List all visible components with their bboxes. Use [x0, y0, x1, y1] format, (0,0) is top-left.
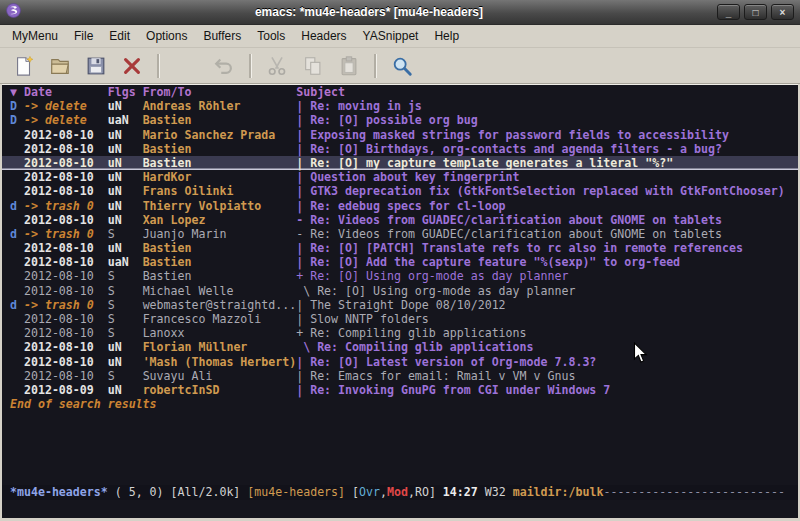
minimize-button[interactable]: _: [717, 4, 740, 20]
col-flags: uN: [108, 355, 143, 369]
modeline-time: 14:27: [443, 485, 478, 499]
message-row[interactable]: 2012-08-10 uN Bastien | Re: [O] [PATCH] …: [2, 241, 798, 255]
col-mark: [10, 142, 24, 156]
menu-mymenu[interactable]: MyMenu: [4, 26, 66, 46]
menu-help[interactable]: Help: [426, 26, 467, 46]
col-flags: uN: [108, 340, 143, 354]
col-from: Bastien: [143, 156, 297, 170]
col-subject: | Re: [O] my capture template generates …: [296, 156, 673, 170]
col-subject: | Re: Emacs for email: Rmail v VM v Gnus: [296, 369, 575, 383]
message-row[interactable]: 2012-08-10 S Lanoxx + Re: Compiling glib…: [2, 326, 798, 340]
menu-options[interactable]: Options: [138, 26, 195, 46]
col-from: Bastien: [143, 255, 297, 269]
message-row[interactable]: 2012-08-10 uN Bastien | Re: [O] Birthday…: [2, 142, 798, 156]
col-from: Juanjo Marin: [143, 227, 297, 241]
modeline-plain: W32: [478, 485, 513, 499]
modeline-plain: ,: [408, 485, 415, 499]
col-flags: uaN: [108, 255, 143, 269]
col-flags: S: [108, 284, 143, 298]
modeline-plain: ( 5, 0) [All/2.0k]: [108, 485, 248, 499]
col-mark[interactable]: ▼: [10, 85, 24, 99]
col-subject: | Re: [O] Latest version of Org-mode 7.8…: [296, 355, 596, 369]
message-row[interactable]: D -> delete uaN Bastien | Re: [O] possib…: [2, 113, 798, 127]
save-button[interactable]: [81, 51, 111, 81]
menu-tools[interactable]: Tools: [249, 26, 293, 46]
col-from: Bastien: [143, 269, 297, 283]
message-row[interactable]: 2012-08-10 uN Xan Lopez - Re: Videos fro…: [2, 213, 798, 227]
menu-edit[interactable]: Edit: [101, 26, 138, 46]
col-from: Mario Sanchez Prada: [143, 128, 297, 142]
col-mark: [10, 269, 24, 283]
menu-buffers[interactable]: Buffers: [195, 26, 249, 46]
search-button[interactable]: [387, 51, 417, 81]
message-row[interactable]: 2012-08-10 uN Florian Müllner \ Re: Comp…: [2, 340, 798, 354]
menu-headers[interactable]: Headers: [293, 26, 354, 46]
col-date: 2012-08-10: [24, 340, 108, 354]
message-row[interactable]: 2012-08-10 S Bastien + Re: [O] Using org…: [2, 269, 798, 283]
menu-yasnippet[interactable]: YASnippet: [355, 26, 427, 46]
message-row[interactable]: 2012-08-10 uN HardKor | Question about k…: [2, 170, 798, 184]
close-button[interactable]: ×: [771, 4, 794, 20]
col-from: Lanoxx: [143, 326, 297, 340]
col-mark: d: [10, 199, 24, 213]
modeline-dashes: --------------------------: [603, 485, 784, 499]
message-row[interactable]: 2012-08-10 S Michael Welle \ Re: [O] Usi…: [2, 284, 798, 298]
col-from: 'Mash (Thomas Herbert): [143, 355, 297, 369]
col-mark: [10, 369, 24, 383]
message-row[interactable]: D -> delete uN Andreas Röhler | Re: movi…: [2, 99, 798, 113]
message-row[interactable]: d -> trash 0 uN Thierry Volpiatto | Re: …: [2, 199, 798, 213]
col-mark: [10, 184, 24, 198]
close-buffer-button[interactable]: [117, 51, 147, 81]
col-mark: [10, 383, 24, 397]
col-subject: | Re: [O] possible org bug: [296, 113, 477, 127]
col-mark: [10, 340, 24, 354]
paste-icon: [338, 55, 360, 77]
paste-button: [334, 51, 364, 81]
col-flags: uN: [108, 142, 143, 156]
header-line[interactable]: ▼ Date Flgs From/To Subject: [2, 85, 798, 99]
message-row[interactable]: 2012-08-10 uN Mario Sanchez Prada | Expo…: [2, 128, 798, 142]
col-mark: [10, 255, 24, 269]
copy-button: [298, 51, 328, 81]
col-date: 2012-08-10: [24, 170, 108, 184]
col-flags: uN: [108, 156, 143, 170]
message-row[interactable]: d -> trash 0 S Juanjo Marin - Re: Videos…: [2, 227, 798, 241]
col-from: Francesco Mazzoli: [143, 312, 297, 326]
col-subject[interactable]: Subject: [296, 85, 345, 99]
message-row[interactable]: 2012-08-10 uN Frans Oilinki | GTK3 depre…: [2, 184, 798, 198]
col-date[interactable]: Date: [24, 85, 108, 99]
modeline-mode: [mu4e-headers]: [247, 485, 345, 499]
col-from[interactable]: From/To: [143, 85, 297, 99]
col-from: Xan Lopez: [143, 213, 297, 227]
echo-area[interactable]: [2, 500, 798, 518]
col-subject: | Re: edebug specs for cl-loop: [296, 199, 505, 213]
col-mark: d: [10, 298, 24, 312]
message-row[interactable]: 2012-08-10 uaN Bastien | Re: [O] Add the…: [2, 255, 798, 269]
message-row[interactable]: 2012-08-10 S Suvayu Ali | Re: Emacs for …: [2, 369, 798, 383]
col-mark: D: [10, 99, 24, 113]
col-flags[interactable]: Flgs: [108, 85, 143, 99]
menu-bar: MyMenuFileEditOptionsBuffersToolsHeaders…: [0, 25, 800, 48]
undo-icon: [213, 55, 235, 77]
message-row[interactable]: d -> trash 0 S webmaster@straightd...| T…: [2, 298, 798, 312]
menu-file[interactable]: File: [66, 26, 101, 46]
message-row[interactable]: 2012-08-10 S Francesco Mazzoli | Slow NN…: [2, 312, 798, 326]
col-from: Thierry Volpiatto: [143, 199, 297, 213]
modeline-folder: maildir:/bulk: [513, 485, 604, 499]
col-subject: | GTK3 deprecation fix (GtkFontSelection…: [296, 184, 785, 198]
open-folder-button[interactable]: [45, 51, 75, 81]
col-subject: + Re: Compiling glib applications: [296, 326, 526, 340]
message-row[interactable]: 2012-08-09 uN robertcInSD | Re: Invoking…: [2, 383, 798, 397]
window-title: emacs: *mu4e-headers* [mu4e-headers]: [27, 5, 711, 19]
titlebar[interactable]: emacs: *mu4e-headers* [mu4e-headers] _ □…: [0, 0, 800, 25]
col-flags: S: [108, 227, 143, 241]
col-date: 2012-08-10: [24, 241, 108, 255]
col-flags: uN: [108, 383, 143, 397]
maximize-button[interactable]: □: [744, 4, 767, 20]
col-flags: uaN: [108, 113, 143, 127]
col-flags: uN: [108, 199, 143, 213]
message-row[interactable]: 2012-08-10 uN Bastien | Re: [O] my captu…: [2, 156, 798, 170]
new-file-button[interactable]: [9, 51, 39, 81]
message-row[interactable]: 2012-08-10 uN 'Mash (Thomas Herbert)| Re…: [2, 355, 798, 369]
search-icon: [391, 55, 413, 77]
